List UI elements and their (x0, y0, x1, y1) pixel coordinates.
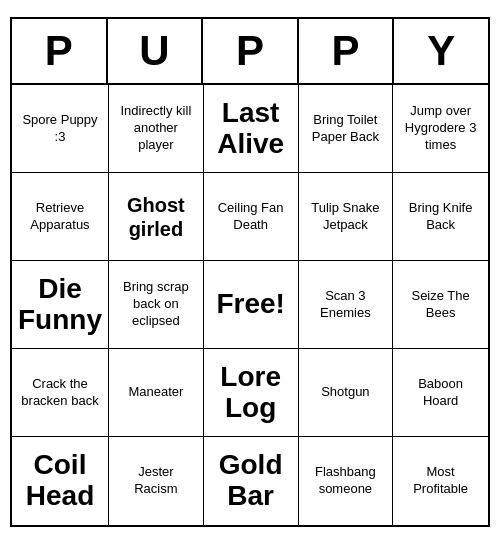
bingo-cell-4: Jump over Hygrodere 3 times (393, 85, 488, 173)
bingo-cell-10: Die Funny (12, 261, 109, 349)
cell-text-21: Jester Racism (115, 464, 197, 498)
bingo-header: PUPPY (12, 19, 488, 85)
cell-text-17: Lore Log (210, 362, 292, 424)
bingo-cell-8: Tulip Snake Jetpack (299, 173, 394, 261)
cell-text-7: Ceiling Fan Death (210, 200, 292, 234)
header-letter-y: Y (394, 19, 488, 83)
cell-text-22: Gold Bar (210, 450, 292, 512)
bingo-card: PUPPY Spore Puppy :3Indirectly kill anot… (10, 17, 490, 527)
bingo-cell-11: Bring scrap back on eclipsed (109, 261, 204, 349)
bingo-cell-0: Spore Puppy :3 (12, 85, 109, 173)
cell-text-1: Indirectly kill another player (115, 103, 197, 154)
bingo-cell-16: Maneater (109, 349, 204, 437)
cell-text-16: Maneater (128, 384, 183, 401)
header-letter-p: P (203, 19, 299, 83)
bingo-cell-22: Gold Bar (204, 437, 299, 525)
bingo-cell-17: Lore Log (204, 349, 299, 437)
bingo-cell-6: Ghost girled (109, 173, 204, 261)
cell-text-2: Last Alive (210, 98, 292, 160)
cell-text-3: Bring Toilet Paper Back (305, 112, 387, 146)
bingo-cell-20: Coil Head (12, 437, 109, 525)
cell-text-15: Crack the bracken back (18, 376, 102, 410)
bingo-cell-14: Seize The Bees (393, 261, 488, 349)
cell-text-14: Seize The Bees (399, 288, 482, 322)
bingo-cell-24: Most Profitable (393, 437, 488, 525)
bingo-cell-18: Shotgun (299, 349, 394, 437)
header-letter-p: P (299, 19, 395, 83)
bingo-cell-19: Baboon Hoard (393, 349, 488, 437)
bingo-cell-13: Scan 3 Enemies (299, 261, 394, 349)
cell-text-19: Baboon Hoard (399, 376, 482, 410)
header-letter-u: U (108, 19, 204, 83)
bingo-cell-7: Ceiling Fan Death (204, 173, 299, 261)
cell-text-10: Die Funny (18, 274, 102, 336)
header-letter-p: P (12, 19, 108, 83)
bingo-cell-15: Crack the bracken back (12, 349, 109, 437)
bingo-cell-2: Last Alive (204, 85, 299, 173)
bingo-cell-23: Flashbang someone (299, 437, 394, 525)
cell-text-24: Most Profitable (399, 464, 482, 498)
cell-text-11: Bring scrap back on eclipsed (115, 279, 197, 330)
bingo-cell-1: Indirectly kill another player (109, 85, 204, 173)
cell-text-20: Coil Head (18, 450, 102, 512)
cell-text-0: Spore Puppy :3 (18, 112, 102, 146)
cell-text-6: Ghost girled (115, 193, 197, 241)
cell-text-8: Tulip Snake Jetpack (305, 200, 387, 234)
bingo-grid: Spore Puppy :3Indirectly kill another pl… (12, 85, 488, 525)
cell-text-23: Flashbang someone (305, 464, 387, 498)
bingo-cell-3: Bring Toilet Paper Back (299, 85, 394, 173)
bingo-cell-5: Retrieve Apparatus (12, 173, 109, 261)
cell-text-18: Shotgun (321, 384, 369, 401)
bingo-cell-12: Free! (204, 261, 299, 349)
bingo-cell-9: Bring Knife Back (393, 173, 488, 261)
cell-text-12: Free! (216, 289, 284, 320)
cell-text-9: Bring Knife Back (399, 200, 482, 234)
cell-text-5: Retrieve Apparatus (18, 200, 102, 234)
cell-text-13: Scan 3 Enemies (305, 288, 387, 322)
cell-text-4: Jump over Hygrodere 3 times (399, 103, 482, 154)
bingo-cell-21: Jester Racism (109, 437, 204, 525)
